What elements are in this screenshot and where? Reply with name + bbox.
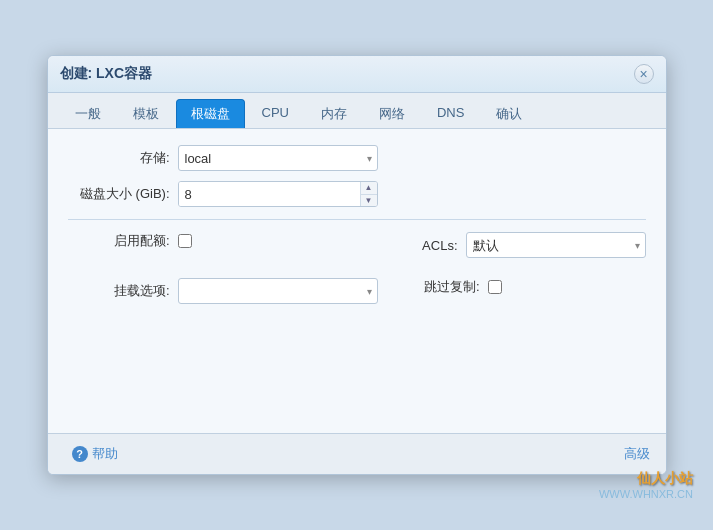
skipcopy-checkbox-wrapper xyxy=(488,280,502,294)
storage-row: 存储: local local-lvm ceph ▾ xyxy=(68,145,646,171)
disksize-up-button[interactable]: ▲ xyxy=(361,182,377,194)
tab-confirm[interactable]: 确认 xyxy=(481,99,537,128)
quota-row: 启用配额: xyxy=(68,232,356,250)
quota-acls-row: 启用配额: ACLs: 默认 启用 禁用 xyxy=(68,232,646,268)
quota-checkbox-wrapper xyxy=(178,234,192,248)
mount-row: 挂载选项: ▾ xyxy=(68,278,378,304)
dialog-body: 存储: local local-lvm ceph ▾ 磁盘大小 (GiB): ▲ xyxy=(48,129,666,433)
tab-dns[interactable]: DNS xyxy=(422,99,479,128)
acls-select-wrapper: 默认 启用 禁用 ▾ xyxy=(466,232,646,258)
mount-skipcopy-row: 挂载选项: ▾ 跳过复制: xyxy=(68,278,646,314)
close-button[interactable]: × xyxy=(634,64,654,84)
acls-label: ACLs: xyxy=(356,238,466,253)
disksize-row: 磁盘大小 (GiB): ▲ ▼ xyxy=(68,181,646,207)
tab-rootdisk[interactable]: 根磁盘 xyxy=(176,99,245,128)
disksize-input-wrapper: ▲ ▼ xyxy=(178,181,378,207)
skipcopy-col: 跳过复制: xyxy=(378,278,646,306)
acls-row: ACLs: 默认 启用 禁用 ▾ xyxy=(356,232,646,258)
mount-select[interactable] xyxy=(179,279,377,303)
titlebar: 创建: LXC容器 × xyxy=(48,56,666,93)
acls-select[interactable]: 默认 启用 禁用 xyxy=(467,233,645,257)
skipcopy-label: 跳过复制: xyxy=(378,278,488,296)
dialog-footer: ? 帮助 高级 xyxy=(48,433,666,474)
quota-label: 启用配额: xyxy=(68,232,178,250)
tab-template[interactable]: 模板 xyxy=(118,99,174,128)
mount-select-wrapper: ▾ xyxy=(178,278,378,304)
mount-col: 挂载选项: ▾ xyxy=(68,278,378,314)
storage-label: 存储: xyxy=(68,149,178,167)
advanced-label[interactable]: 高级 xyxy=(624,445,650,463)
watermark-url: WWW.WHNXR.CN xyxy=(599,488,693,500)
disksize-input[interactable] xyxy=(179,182,360,206)
tab-memory[interactable]: 内存 xyxy=(306,99,362,128)
tab-cpu[interactable]: CPU xyxy=(247,99,304,128)
skipcopy-row: 跳过复制: xyxy=(378,278,646,296)
quota-col: 启用配额: xyxy=(68,232,356,260)
help-label: 帮助 xyxy=(92,445,118,463)
disksize-spinners: ▲ ▼ xyxy=(360,182,377,206)
form-separator xyxy=(68,219,646,220)
disksize-label: 磁盘大小 (GiB): xyxy=(68,185,178,203)
create-lxc-dialog: 创建: LXC容器 × 一般 模板 根磁盘 CPU 内存 网络 DNS 确认 存… xyxy=(47,55,667,475)
mount-label: 挂载选项: xyxy=(68,282,178,300)
acls-col: ACLs: 默认 启用 禁用 ▾ xyxy=(356,232,646,268)
dialog-title: 创建: LXC容器 xyxy=(60,65,153,83)
tab-bar: 一般 模板 根磁盘 CPU 内存 网络 DNS 确认 xyxy=(48,93,666,129)
tab-network[interactable]: 网络 xyxy=(364,99,420,128)
help-button[interactable]: ? 帮助 xyxy=(64,442,126,466)
help-icon: ? xyxy=(72,446,88,462)
storage-select[interactable]: local local-lvm ceph xyxy=(179,146,377,170)
tab-general[interactable]: 一般 xyxy=(60,99,116,128)
storage-select-wrapper: local local-lvm ceph ▾ xyxy=(178,145,378,171)
disksize-down-button[interactable]: ▼ xyxy=(361,194,377,207)
skipcopy-checkbox[interactable] xyxy=(488,280,502,294)
quota-checkbox[interactable] xyxy=(178,234,192,248)
